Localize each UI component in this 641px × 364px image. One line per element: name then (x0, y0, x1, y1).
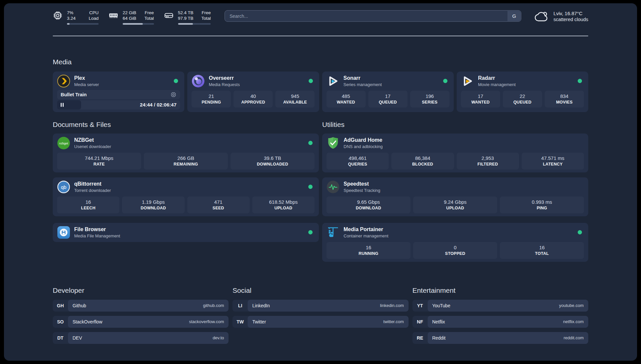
stat-latency: 47.571 ms LATENCY (522, 153, 584, 169)
link-abbr: NF (412, 316, 428, 328)
pause-icon[interactable] (61, 103, 64, 107)
stat-label: WANTED (462, 100, 499, 105)
stat-blocked: 86,384 BLOCKED (391, 153, 454, 169)
media-grid: Plex Media server Bullet Train (53, 72, 588, 112)
link-stackoverflow[interactable]: SO StackOverflow stackoverflow.com (53, 316, 229, 328)
stat-value: 834 (546, 93, 583, 99)
weather-location-temp: Lviv, 16.87°C (553, 10, 588, 16)
stat-label: STOPPED (414, 251, 496, 256)
stat-label: APPROVED (235, 100, 271, 105)
stat-label: DOWNLOAD (328, 205, 409, 211)
stat-value: 16 (328, 244, 409, 251)
app-subtitle: Media File Management (74, 233, 120, 239)
stat-wanted: 17 WANTED (461, 91, 500, 107)
svg-text:qb: qb (61, 184, 67, 190)
link-abbr: SO (53, 316, 68, 328)
qbittorrent-icon: qb (57, 180, 70, 194)
playback-time: 24:44 / 02:06:47 (140, 102, 176, 107)
link-name: Netflix (432, 319, 445, 324)
status-dot-online (308, 141, 313, 145)
app-subtitle: Container management (344, 233, 388, 239)
stat-queries: 498,461 QUERIES (326, 153, 389, 169)
cpu-progress-track (67, 23, 99, 25)
section-title-developer: Developer (53, 286, 229, 295)
disk-total-value: 97.9 TB (178, 15, 194, 21)
app-subtitle: Media server (74, 82, 99, 87)
speedtest-icon (326, 180, 340, 194)
link-url: twitter.com (383, 319, 404, 324)
link-linkedin[interactable]: LI LinkedIn linkedin.com (232, 300, 408, 312)
link-youtube[interactable]: YT YouTube youtube.com (412, 300, 588, 312)
stat-download: 9.65 Gbps DOWNLOAD (326, 197, 411, 213)
now-playing-title: Bullet Train (61, 92, 87, 97)
app-card-adguard[interactable]: AdGuard Home DNS and adblocking 498,461 … (322, 134, 588, 172)
hard-drive-icon (164, 11, 174, 20)
cpu-progress-fill (67, 23, 70, 25)
link-url: reddit.com (564, 335, 584, 340)
app-card-sonarr[interactable]: Sonarr Series management 485 WANTED 17 Q… (322, 72, 454, 112)
link-url: stackoverflow.com (189, 319, 224, 324)
stat-running: 16 RUNNING (326, 242, 411, 259)
stat-label: DOWNLOAD (123, 205, 183, 211)
search-engine-button[interactable]: G (507, 11, 521, 21)
memory-total-value: 64 GiB (123, 15, 137, 21)
stat-value: 17 (370, 93, 406, 99)
playback-progress-bar[interactable]: 24:44 / 02:06:47 (57, 100, 180, 109)
stat-upload: 9.24 Gbps UPLOAD (413, 197, 497, 213)
system-metrics: 7% 3.24 CPU Load (53, 10, 211, 25)
stat-label: MOVIES (546, 100, 583, 105)
stat-value: 16 (501, 244, 583, 251)
app-card-radarr[interactable]: Radarr Movie management 17 WANTED 22 QUE… (457, 72, 588, 112)
stat-label: RUNNING (328, 251, 409, 256)
app-card-filebrowser[interactable]: File Browser Media File Management (53, 223, 319, 242)
stat-wanted: 485 WANTED (326, 91, 366, 107)
link-name: Twitter (252, 319, 266, 324)
stat-label: QUERIES (328, 162, 387, 167)
search-container: G (225, 10, 521, 22)
link-abbr: YT (412, 300, 428, 312)
stat-rate: 744.21 Mbps RATE (57, 153, 141, 169)
stat-value: 47.571 ms (523, 155, 583, 161)
app-card-portainer[interactable]: Media Portainer Container management 16 … (322, 223, 588, 262)
link-github[interactable]: GH Github github.com (53, 300, 229, 312)
stat-label: UPLOAD (414, 205, 496, 211)
stat-value: 0.993 ms (501, 199, 583, 205)
memory-progress-fill (123, 23, 143, 25)
search-input[interactable] (225, 10, 521, 22)
app-card-overseerr[interactable]: Overseerr Media Requests 21 PENDING 40 A… (187, 72, 319, 112)
link-abbr: GH (53, 300, 68, 312)
dashboard-page: 7% 3.24 CPU Load (4, 3, 637, 361)
stat-value: 618.52 Mbps (254, 199, 313, 205)
plex-now-playing: Bullet Train 24:44 / 02:06:47 (57, 90, 180, 109)
cpu-usage-value: 7% (67, 10, 81, 15)
stat-value: 40 (235, 93, 271, 99)
stat-value: 9.65 Gbps (328, 199, 409, 205)
app-name: Media Portainer (344, 226, 388, 233)
stat-value: 196 (412, 93, 448, 99)
app-card-qbittorrent[interactable]: qb qBittorrent Torrent downloader 16 LEE… (53, 177, 319, 216)
app-name: Radarr (478, 75, 516, 81)
link-dev[interactable]: DT DEV dev.to (53, 332, 229, 344)
app-card-speedtest[interactable]: Speedtest Speedtest Tracking 9.65 Gbps D… (322, 177, 588, 216)
stat-filtered: 2,953 FILTERED (457, 153, 519, 169)
cloud-icon (534, 11, 549, 22)
app-card-nzbget[interactable]: nzbget NZBGet Usenet downloader 744.21 M… (53, 134, 319, 172)
app-name: qBittorrent (74, 181, 111, 187)
stat-label: BLOCKED (393, 162, 452, 167)
stat-value: 39.6 TB (232, 155, 313, 161)
link-netflix[interactable]: NF Netflix netflix.com (412, 316, 588, 328)
stat-ping: 0.993 ms PING (500, 197, 584, 213)
stat-upload: 618.52 Mbps UPLOAD (252, 197, 315, 213)
video-session-icon[interactable] (170, 92, 176, 98)
adguard-icon (326, 136, 340, 150)
stat-seed: 471 SEED (187, 197, 250, 213)
app-name: Speedtest (344, 181, 380, 187)
link-reddit[interactable]: RE Reddit reddit.com (412, 332, 588, 344)
link-twitter[interactable]: TW Twitter twitter.com (232, 316, 408, 328)
memory-metric: 22 GiB 64 GiB Free Total (108, 10, 154, 25)
stat-label: FILTERED (458, 162, 518, 167)
status-dot-online (308, 230, 313, 234)
link-name: YouTube (432, 303, 450, 308)
app-card-plex[interactable]: Plex Media server Bullet Train (53, 72, 184, 112)
stat-queued: 22 QUEUED (503, 91, 542, 107)
